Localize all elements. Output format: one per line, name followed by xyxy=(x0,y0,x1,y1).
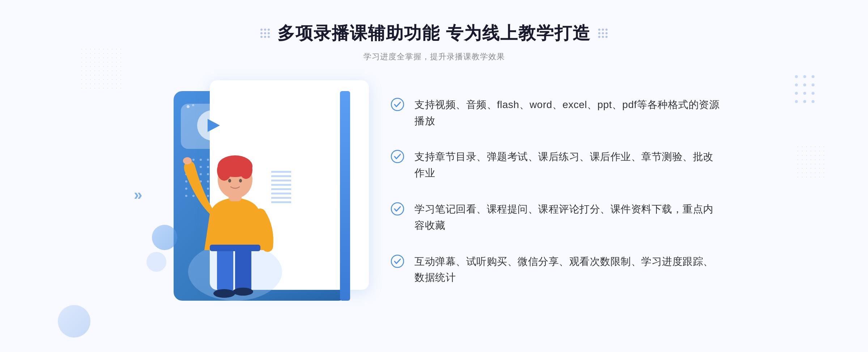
svg-point-77 xyxy=(795,75,798,78)
svg-point-81 xyxy=(803,83,806,86)
check-circle-icon-3 xyxy=(391,202,404,216)
svg-point-8 xyxy=(268,36,270,38)
dots-decoration-right xyxy=(796,145,825,181)
svg-point-26 xyxy=(213,289,235,298)
svg-point-75 xyxy=(391,203,404,215)
svg-point-9 xyxy=(598,29,600,31)
svg-point-2 xyxy=(268,29,270,31)
svg-point-11 xyxy=(605,29,608,31)
svg-point-7 xyxy=(264,36,266,38)
svg-point-21 xyxy=(187,105,190,108)
page-title: 多项录播课辅助功能 专为线上教学打造 xyxy=(277,22,590,45)
svg-point-27 xyxy=(233,288,253,296)
feature-text-1: 支持视频、音频、flash、word、excel、ppt、pdf等各种格式的资源… xyxy=(414,97,723,129)
svg-point-15 xyxy=(598,36,600,38)
header-section: 多项录播课辅助功能 专为线上教学打造 学习进度全掌握，提升录播课教学效果 xyxy=(260,22,608,62)
svg-point-4 xyxy=(264,32,266,34)
svg-point-74 xyxy=(391,150,404,163)
deco-circle-bottom xyxy=(58,305,90,338)
svg-point-31 xyxy=(217,160,231,181)
svg-point-16 xyxy=(602,36,604,38)
svg-point-10 xyxy=(602,29,604,31)
title-wrapper: 多项录播课辅助功能 专为线上教学打造 xyxy=(260,22,608,45)
svg-point-14 xyxy=(605,32,608,34)
feature-item-1: 支持视频、音频、flash、word、excel、ppt、pdf等各种格式的资源… xyxy=(391,97,723,129)
svg-point-22 xyxy=(192,104,194,106)
illustration-area: » xyxy=(145,80,362,315)
svg-point-87 xyxy=(803,100,806,103)
check-circle-icon-1 xyxy=(391,98,404,111)
feature-text-2: 支持章节目录、弹题考试、课后练习、课后作业、章节测验、批改作业 xyxy=(414,149,723,181)
deco-circle-2 xyxy=(146,252,166,272)
svg-point-5 xyxy=(268,32,270,34)
svg-point-1 xyxy=(264,29,266,31)
svg-point-0 xyxy=(260,29,263,31)
svg-point-17 xyxy=(605,36,608,38)
dots-grid-icon-left xyxy=(260,28,270,38)
feature-text-4: 互动弹幕、试听购买、微信分享、观看次数限制、学习进度跟踪、数据统计 xyxy=(414,254,723,286)
svg-point-84 xyxy=(803,92,806,95)
svg-point-82 xyxy=(812,83,814,86)
main-content: » xyxy=(145,80,723,315)
svg-point-86 xyxy=(795,100,798,103)
svg-rect-36 xyxy=(210,245,260,251)
feature-item-3: 学习笔记回看、课程提问、课程评论打分、课件资料下载，重点内容收藏 xyxy=(391,201,723,234)
svg-point-80 xyxy=(795,83,798,86)
check-circle-icon-4 xyxy=(391,254,404,268)
svg-point-6 xyxy=(260,36,263,38)
stripe-decoration xyxy=(271,171,291,203)
blue-vertical-bar xyxy=(340,91,350,301)
svg-point-83 xyxy=(795,92,798,95)
svg-point-12 xyxy=(598,32,600,34)
title-decoration-right xyxy=(598,28,608,38)
features-area: 支持视频、音频、flash、word、excel、ppt、pdf等各种格式的资源… xyxy=(362,90,723,306)
page-subtitle: 学习进度全掌握，提升录播课教学效果 xyxy=(260,51,608,62)
check-circle-icon-2 xyxy=(391,150,404,163)
svg-point-85 xyxy=(812,92,814,95)
right-dots-decoration xyxy=(792,72,817,106)
video-bubble xyxy=(177,100,250,159)
svg-point-13 xyxy=(602,32,604,34)
title-decoration-left xyxy=(260,28,270,38)
dots-grid-icon-right xyxy=(598,28,608,38)
svg-point-78 xyxy=(803,75,806,78)
svg-point-79 xyxy=(812,75,814,78)
speech-bubble-svg xyxy=(177,100,250,158)
svg-point-34 xyxy=(239,179,242,183)
svg-point-33 xyxy=(228,179,231,183)
dots-decoration-top-left xyxy=(80,47,123,90)
svg-point-88 xyxy=(812,100,814,103)
feature-item-2: 支持章节目录、弹题考试、课后练习、课后作业、章节测验、批改作业 xyxy=(391,149,723,181)
chevron-left-icon: » xyxy=(134,186,142,203)
svg-point-76 xyxy=(391,255,404,267)
page-container: 多项录播课辅助功能 专为线上教学打造 学习进度全掌握，提升录播课教学效果 xyxy=(0,0,868,352)
feature-text-3: 学习笔记回看、课程提问、课程评论打分、课件资料下载，重点内容收藏 xyxy=(414,201,723,234)
svg-point-73 xyxy=(391,98,404,111)
svg-point-32 xyxy=(239,161,252,179)
svg-point-3 xyxy=(260,32,263,34)
feature-item-4: 互动弹幕、试听购买、微信分享、观看次数限制、学习进度跟踪、数据统计 xyxy=(391,254,723,286)
